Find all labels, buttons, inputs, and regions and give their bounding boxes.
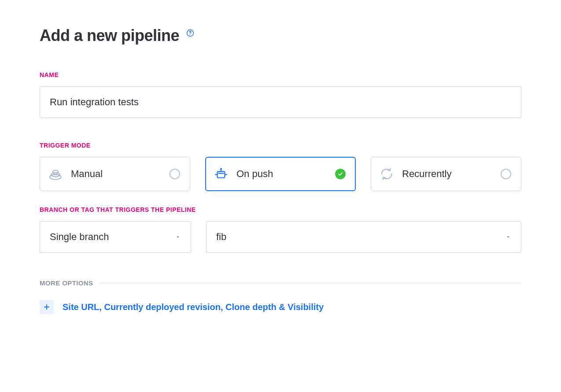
pipeline-name-input[interactable] (40, 86, 521, 118)
branch-row: Single branch fib (40, 221, 521, 253)
more-options-expand[interactable]: Site URL, Currently deployed revision, C… (40, 300, 521, 314)
trigger-mode-label: On push (236, 168, 327, 180)
branch-value-select[interactable]: fib (206, 221, 521, 253)
divider (100, 283, 521, 283)
chevron-down-icon (505, 234, 511, 240)
trigger-mode-recurrently[interactable]: Recurrently (371, 157, 521, 191)
radio-checked-icon (335, 169, 346, 179)
manual-icon (48, 166, 63, 181)
branch-section-label: BRANCH OR TAG THAT TRIGGERS THE PIPELINE (40, 206, 521, 213)
svg-rect-5 (218, 171, 225, 178)
radio-unchecked-icon (501, 169, 511, 179)
trigger-section-label: TRIGGER MODE (40, 142, 521, 149)
page-title: Add a new pipeline (40, 26, 179, 45)
trigger-mode-on-push[interactable]: On push (205, 157, 356, 191)
more-options-text: Site URL, Currently deployed revision, C… (63, 302, 324, 312)
svg-point-1 (190, 34, 191, 35)
robot-icon (214, 166, 229, 181)
radio-unchecked-icon (170, 169, 180, 179)
branch-type-select[interactable]: Single branch (40, 221, 191, 253)
branch-type-value: Single branch (50, 231, 109, 243)
more-options-label: MORE OPTIONS (40, 279, 93, 287)
trigger-mode-label: Manual (71, 168, 162, 180)
trigger-mode-manual[interactable]: Manual (40, 157, 190, 191)
trigger-mode-row: Manual On push (40, 157, 521, 191)
name-section-label: NAME (40, 71, 521, 78)
trigger-mode-label: Recurrently (402, 168, 493, 180)
more-options-header: MORE OPTIONS (40, 279, 521, 287)
plus-icon (40, 300, 54, 314)
chevron-down-icon (175, 234, 181, 240)
help-icon[interactable] (186, 29, 194, 37)
branch-value: fib (216, 231, 226, 243)
page-header: Add a new pipeline (40, 26, 521, 45)
recurring-icon (379, 166, 394, 181)
